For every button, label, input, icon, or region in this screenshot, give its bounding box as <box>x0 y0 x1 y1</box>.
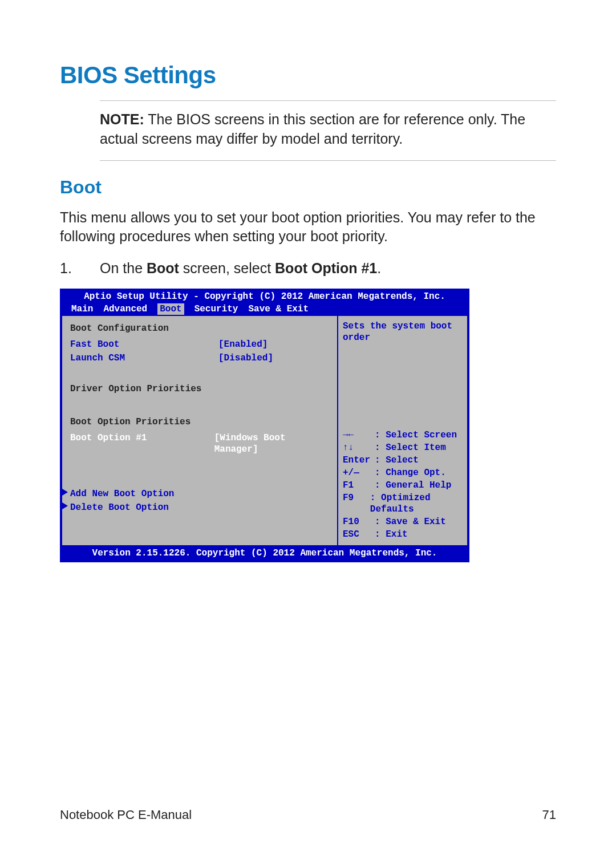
launch-csm-label: Launch CSM <box>70 352 218 364</box>
bios-screenshot: Aptio Setup Utility - Copyright (C) 2012… <box>60 289 469 562</box>
key-value: : Select <box>375 455 419 466</box>
bios-title-bar: Aptio Setup Utility - Copyright (C) 2012… <box>61 290 468 303</box>
submenu-arrow-icon <box>62 502 68 509</box>
key-select-item: ↑↓ : Select Item <box>343 441 464 454</box>
step-text-b2: Boot Option #1 <box>275 260 377 276</box>
note-box: NOTE: The BIOS screens in this section a… <box>100 100 556 161</box>
step-text-post: . <box>377 260 381 276</box>
bios-version-footer: Version 2.15.1226. Copyright (C) 2012 Am… <box>61 546 468 561</box>
launch-csm-value: [Disabled] <box>218 352 273 364</box>
note-label: NOTE: <box>100 111 144 127</box>
bios-menu-security[interactable]: Security <box>194 303 238 315</box>
bios-help-panel: Sets the system boot order →← : Select S… <box>338 316 468 546</box>
delete-boot-option[interactable]: Delete Boot Option <box>70 501 331 514</box>
key-general-help: F1 : General Help <box>343 479 464 492</box>
key-value: : Exit <box>375 529 408 540</box>
bios-menu-advanced[interactable]: Advanced <box>103 303 147 315</box>
key-key: F10 <box>343 516 375 528</box>
boot-configuration-header: Boot Configuration <box>70 321 331 338</box>
key-value: : Optimized Defaults <box>370 492 464 515</box>
key-change-opt: +/— : Change Opt. <box>343 467 464 479</box>
fast-boot-value: [Enabled] <box>218 339 268 350</box>
note-text: The BIOS screens in this section are for… <box>100 111 525 147</box>
key-optimized-defaults: F9 : Optimized Defaults <box>343 492 464 516</box>
key-value: : Select Screen <box>375 429 457 441</box>
page-footer: Notebook PC E-Manual 71 <box>60 808 556 822</box>
submenu-arrow-icon <box>62 489 68 496</box>
launch-csm-option[interactable]: Launch CSM [Disabled] <box>70 351 331 365</box>
section-heading-boot: Boot <box>60 177 556 198</box>
bios-left-panel: Boot Configuration Fast Boot [Enabled] L… <box>61 316 338 546</box>
key-key: ESC <box>343 529 375 540</box>
step-1: 1. On the Boot screen, select Boot Optio… <box>60 259 556 278</box>
step-text-pre: On the <box>100 260 147 276</box>
key-key: ↑↓ <box>343 442 375 453</box>
key-key: +/— <box>343 467 375 478</box>
key-value: : Save & Exit <box>375 516 446 528</box>
boot-option-1-label: Boot Option #1 <box>70 432 214 455</box>
key-key: →← <box>343 429 375 441</box>
step-text-b1: Boot <box>147 260 179 276</box>
bios-menu-boot[interactable]: Boot <box>157 303 184 315</box>
key-select-screen: →← : Select Screen <box>343 429 464 441</box>
add-new-boot-option[interactable]: Add New Boot Option <box>70 487 331 501</box>
intro-paragraph: This menu allows you to set your boot op… <box>60 208 556 247</box>
key-value: : Change Opt. <box>375 467 446 478</box>
bios-menu-main[interactable]: Main <box>71 303 93 315</box>
key-esc: ESC : Exit <box>343 528 464 541</box>
boot-option-1[interactable]: Boot Option #1 [Windows Boot Manager] <box>70 431 331 456</box>
step-number: 1. <box>60 259 100 278</box>
fast-boot-label: Fast Boot <box>70 339 218 350</box>
key-value: : Select Item <box>375 442 446 453</box>
bios-menu-bar: Main Advanced Boot Security Save & Exit <box>61 303 468 316</box>
delete-boot-option-label: Delete Boot Option <box>70 502 169 513</box>
bios-menu-save-exit[interactable]: Save & Exit <box>248 303 309 315</box>
boot-option-1-value: [Windows Boot Manager] <box>214 432 331 455</box>
key-save-exit: F10 : Save & Exit <box>343 516 464 528</box>
boot-option-priorities-header: Boot Option Priorities <box>70 414 331 431</box>
fast-boot-option[interactable]: Fast Boot [Enabled] <box>70 338 331 351</box>
driver-option-priorities-header: Driver Option Priorities <box>70 381 331 398</box>
page-heading: BIOS Settings <box>60 62 556 89</box>
key-value: : General Help <box>375 480 451 491</box>
key-enter: Enter: Select <box>343 454 464 467</box>
add-new-boot-option-label: Add New Boot Option <box>70 489 174 499</box>
step-text-mid: screen, select <box>179 260 275 276</box>
footer-page-number: 71 <box>542 808 556 822</box>
key-key: F1 <box>343 480 375 491</box>
bios-help-description: Sets the system boot order <box>343 321 464 343</box>
key-key: Enter <box>343 455 375 466</box>
footer-left: Notebook PC E-Manual <box>60 808 192 822</box>
key-key: F9 <box>343 492 370 515</box>
